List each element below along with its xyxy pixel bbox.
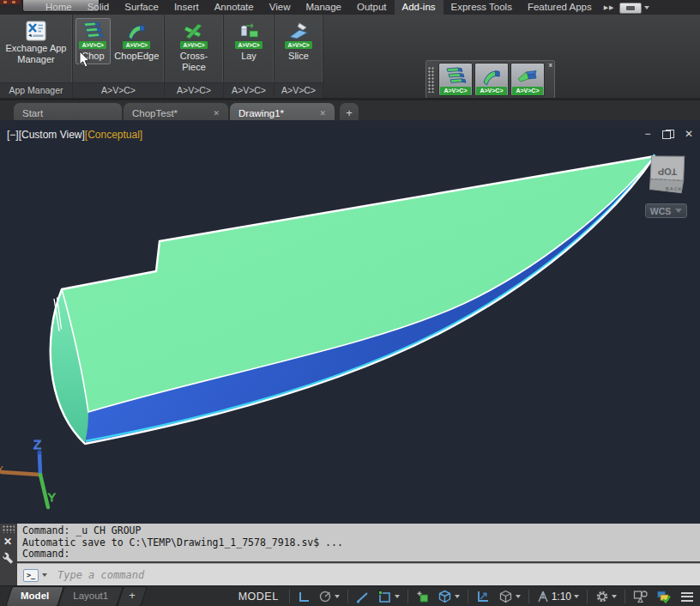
restore-button[interactable] [662, 130, 674, 139]
drawing-viewport[interactable]: [−][Custom View][Conceptual] − ✕ TOP BAC… [0, 120, 700, 524]
close-icon[interactable]: ✕ [3, 536, 12, 548]
separator [347, 590, 348, 603]
panel-title[interactable]: A>V>C> [73, 82, 164, 98]
viewport-view-label[interactable]: [−][Custom View] [7, 129, 85, 141]
chop-toolbar-button[interactable]: A>V>C> [438, 63, 473, 96]
ribbon-tab-view[interactable]: View [262, 0, 299, 15]
object-snap-toggle[interactable] [375, 588, 402, 605]
panel-title[interactable]: App Manager [0, 82, 72, 98]
ribbon-tab-overflow-icon[interactable]: ▶▶ [600, 0, 619, 15]
command-input-row[interactable]: >_ Type a command [17, 563, 700, 586]
lay-icon [238, 21, 260, 41]
button-label: ChopEdge [114, 51, 159, 62]
chop-icon [443, 66, 468, 87]
ribbon-display-toggle-button[interactable] [619, 3, 642, 14]
panel-title[interactable]: A>V>C> [165, 82, 223, 98]
ribbon-tab-surface[interactable]: Surface [117, 0, 166, 15]
toolbar-grip-handle[interactable] [428, 67, 435, 93]
quick-properties-toggle[interactable] [631, 588, 651, 605]
close-button[interactable]: ✕ [683, 128, 695, 140]
hamburger-icon [681, 596, 693, 597]
model-space-toggle[interactable]: MODEL [233, 591, 284, 603]
ribbon-tab-insert[interactable]: Insert [166, 0, 207, 15]
slice-button[interactable]: A>V>C> Slice [280, 18, 317, 64]
minimize-button[interactable]: − [642, 128, 654, 140]
polar-tracking-toggle[interactable] [353, 588, 372, 605]
visual-style-label[interactable]: [Conceptual] [85, 129, 142, 141]
customization-menu-button[interactable] [676, 592, 698, 602]
3d-object-snap-toggle[interactable] [435, 588, 462, 605]
chopedge-icon [125, 21, 148, 41]
close-icon[interactable]: ✕ [213, 109, 220, 118]
avc-floating-toolbar[interactable]: A>V>C> A>V>C> A>V>C> x [425, 60, 555, 99]
wrench-icon[interactable] [2, 551, 15, 565]
chopedge-button[interactable]: A>V>C> ChopEdge [112, 18, 161, 64]
titlebar-dot [12, 1, 15, 3]
separator [407, 590, 408, 603]
annotation-scale-icon [537, 590, 549, 603]
ribbon-tab-annotate[interactable]: Annotate [207, 0, 262, 15]
command-input-placeholder[interactable]: Type a command [57, 569, 144, 581]
button-label: Lay [241, 51, 256, 62]
restore-icon [662, 130, 671, 139]
chevron-down-icon[interactable] [455, 595, 460, 598]
chevron-down-icon[interactable] [612, 595, 617, 598]
chevron-down-icon [675, 209, 682, 213]
command-history-line: Command: [22, 548, 69, 560]
chopedge-toolbar-button[interactable]: A>V>C> [474, 63, 509, 96]
viewcube[interactable]: TOP BACK [645, 151, 695, 201]
close-icon[interactable]: x [549, 62, 552, 69]
lay-button[interactable]: A>V>C> Lay [230, 18, 268, 64]
workspace-switching-dropdown[interactable] [593, 588, 619, 605]
command-history-line: Automatic save to C:\TEMP\Drawing1_1_757… [22, 536, 343, 548]
panel-title[interactable]: A>V>C> [275, 82, 323, 98]
layout-tab-layout1[interactable]: Layout1 [61, 586, 120, 606]
separator [625, 590, 625, 603]
chevron-down-icon[interactable] [42, 573, 47, 577]
graphics-performance-toggle[interactable] [654, 588, 673, 605]
layout-tab-model[interactable]: Model [9, 586, 61, 606]
file-tab-bar: Start ChopTest* ✕ Drawing1* ✕ + [0, 98, 700, 123]
wcs-dropdown[interactable]: WCS [645, 203, 687, 218]
chevron-down-icon[interactable] [574, 595, 579, 598]
ribbon-tab-add-ins[interactable]: Add-ins [395, 0, 444, 15]
annotation-scale-dropdown[interactable]: 1:10 [534, 588, 582, 605]
avc-badge: A>V>C> [123, 41, 150, 49]
ribbon-tab-express-tools[interactable]: Express Tools [444, 0, 520, 15]
graphics-performance-icon [656, 590, 671, 603]
grid-display-toggle[interactable] [295, 588, 313, 605]
viewcube-top-label: TOP [658, 167, 678, 177]
slice-toolbar-button[interactable]: A>V>C> [510, 63, 545, 96]
command-grip-handle[interactable] [3, 525, 15, 533]
boat-hull-model[interactable] [0, 120, 700, 524]
chevron-down-icon[interactable] [335, 595, 340, 598]
ribbon-tab-home[interactable]: Home [38, 0, 80, 15]
close-icon[interactable]: ✕ [319, 109, 326, 118]
window-controls: − ✕ [642, 128, 695, 140]
chevron-down-icon[interactable] [395, 595, 400, 598]
new-layout-button[interactable]: + [120, 586, 144, 606]
chevron-down-icon[interactable] [644, 6, 649, 9]
snap-mode-toggle[interactable] [316, 588, 342, 605]
viewport-controls-label[interactable]: [−][Custom View][Conceptual] [7, 129, 142, 141]
command-line-window: ✕ Command: _u CH GROUP Automatic save to… [0, 524, 700, 585]
chevron-down-icon[interactable] [516, 595, 521, 598]
ucs-icon[interactable]: X Z Y [0, 422, 77, 518]
command-history[interactable]: Command: _u CH GROUP Automatic save to C… [17, 524, 700, 561]
ribbon-tab-output[interactable]: Output [349, 0, 395, 15]
hull-deck-face [62, 156, 655, 412]
dynamic-ucs-toggle[interactable] [474, 588, 493, 605]
ribbon-tab-featured-apps[interactable]: Featured Apps [520, 0, 600, 15]
chop-icon [81, 21, 104, 41]
visual-style-dropdown[interactable] [496, 588, 523, 605]
ribbon-tab-manage[interactable]: Manage [298, 0, 349, 15]
status-bar: Model Layout1 + MODEL [0, 585, 700, 606]
avc-badge: A>V>C> [79, 41, 106, 49]
cross-piece-button[interactable]: A>V>C> Cross-Piece [167, 18, 220, 75]
exchange-app-manager-button[interactable]: Exchange App Manager [3, 18, 69, 67]
ribbon-tab-solid[interactable]: Solid [80, 0, 118, 15]
selection-cycling-toggle[interactable] [413, 588, 432, 605]
separator [528, 590, 529, 603]
panel-title[interactable]: A>V>C> [224, 82, 274, 98]
hamburger-icon [681, 600, 693, 602]
